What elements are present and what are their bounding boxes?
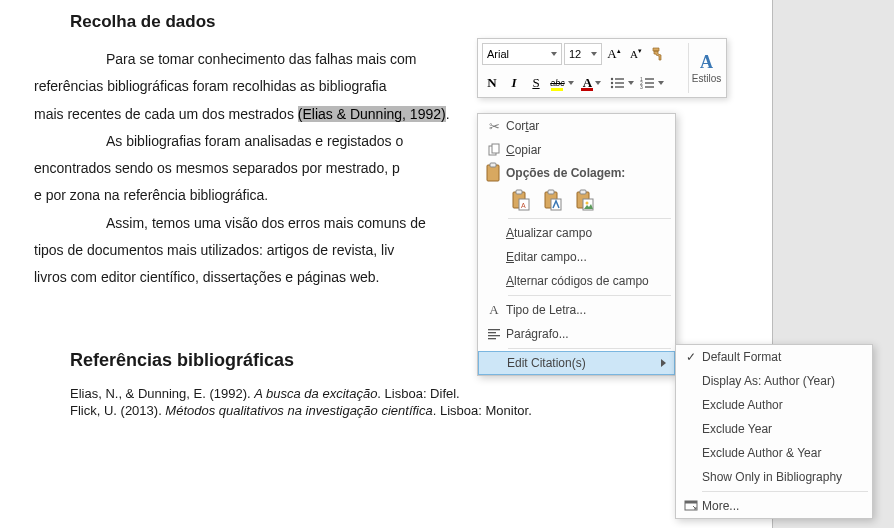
highlight-color-swatch: [551, 88, 563, 91]
chevron-down-icon: [551, 52, 557, 56]
p2-line2: encontrados sendo os mesmos separados po…: [34, 160, 400, 176]
ref2-authors: Flick, U. (2013).: [70, 403, 165, 418]
separator: [508, 218, 671, 219]
sub-default-format[interactable]: ✓ Default Format: [676, 345, 872, 369]
more-icon: [680, 500, 702, 512]
ctx-font-dialog[interactable]: A Tipo de Letra...: [478, 298, 675, 322]
sub-exclude-year[interactable]: Exclude Year: [676, 417, 872, 441]
svg-rect-1: [615, 78, 624, 79]
mini-toolbar: Arial 12 A▴ A▾ N I S abc A: [477, 38, 727, 98]
blank-icon: [482, 222, 506, 244]
scissors-icon: ✂: [482, 115, 506, 137]
svg-point-0: [611, 77, 613, 79]
svg-rect-28: [488, 332, 496, 333]
styles-button[interactable]: A Estilos: [688, 43, 724, 93]
sub-excl-both-label: Exclude Author & Year: [702, 446, 864, 460]
chevron-down-icon: [568, 81, 574, 85]
styles-label: Estilos: [692, 73, 721, 84]
underline-button[interactable]: S: [526, 73, 546, 93]
p1-line3: mais recentes de cada um dos mestrados: [34, 106, 298, 122]
svg-text:3: 3: [640, 84, 643, 90]
ctx-toggle-label: Alternar códigos de campo: [506, 274, 669, 288]
ctx-paste-header: Opções de Colagem:: [478, 162, 675, 184]
bullets-icon: [610, 76, 626, 90]
sub-show-only-label: Show Only in Bibliography: [702, 470, 864, 484]
bold-button[interactable]: N: [482, 73, 502, 93]
bullets-button[interactable]: [608, 73, 636, 93]
ctx-edit-field[interactable]: Editar campo...: [478, 245, 675, 269]
grow-font-button[interactable]: A▴: [604, 44, 624, 64]
italic-button[interactable]: I: [504, 73, 524, 93]
ref2-pub: . Lisboa: Monitor.: [433, 403, 532, 418]
sub-more-label: More...: [702, 499, 864, 513]
svg-rect-21: [548, 190, 554, 194]
font-family-value: Arial: [487, 48, 509, 60]
ctx-paste-options-row: A: [478, 184, 675, 216]
ctx-paragraph-dialog[interactable]: Parágrafo...: [478, 322, 675, 346]
sub-display-as[interactable]: Display As: Author (Year): [676, 369, 872, 393]
svg-rect-30: [488, 338, 496, 339]
ctx-edit-citation[interactable]: Edit Citation(s): [478, 351, 675, 375]
svg-point-2: [611, 81, 613, 83]
chevron-right-icon: [661, 359, 666, 367]
svg-rect-9: [645, 82, 654, 83]
svg-rect-7: [645, 78, 654, 79]
citation-selected[interactable]: (Elias & Dunning, 1992): [298, 106, 446, 122]
p3-line1: Assim, temos uma visão dos erros mais co…: [106, 215, 426, 231]
reference-1: Elias, N., & Dunning, E. (1992). A busca…: [70, 385, 750, 403]
highlight-label: abc: [550, 78, 565, 88]
svg-rect-3: [615, 82, 624, 83]
svg-point-4: [611, 85, 613, 87]
ctx-update-label: Atualizar campo: [506, 226, 669, 240]
ctx-copy[interactable]: Copiar: [478, 138, 675, 162]
format-painter-button[interactable]: [648, 44, 668, 64]
sub-exclude-author[interactable]: Exclude Author: [676, 393, 872, 417]
paste-merge-formatting[interactable]: [540, 187, 566, 213]
p1-line2: referências bibliográficas foram recolhi…: [34, 78, 387, 94]
ref1-pub: . Lisboa: Difel.: [377, 386, 459, 401]
svg-rect-15: [490, 163, 496, 167]
svg-text:A: A: [521, 202, 526, 209]
p3-line3: livros com editor científico, dissertaçõ…: [34, 269, 380, 285]
sub-show-only-biblio[interactable]: Show Only in Bibliography: [676, 465, 872, 489]
sub-more[interactable]: More...: [676, 494, 872, 518]
ctx-cut[interactable]: ✂ Cortar: [478, 114, 675, 138]
chevron-down-icon: [628, 81, 634, 85]
p2-line1: As bibliografias foram analisadas e regi…: [106, 133, 403, 149]
numbering-button[interactable]: 123: [638, 73, 666, 93]
svg-rect-24: [580, 190, 586, 194]
blank-icon: [482, 270, 506, 292]
sub-display-label: Display As: Author (Year): [702, 374, 864, 388]
ref1-title: A busca da excitação: [254, 386, 377, 401]
ctx-update-field[interactable]: Atualizar campo: [478, 221, 675, 245]
highlight-button[interactable]: abc: [548, 73, 576, 93]
context-menu: ✂ Cortar Copiar Opções de Colagem: A Atu…: [477, 113, 676, 376]
ref1-authors: Elias, N., & Dunning, E. (1992).: [70, 386, 254, 401]
ctx-edit-citation-label: Edit Citation(s): [507, 356, 661, 370]
svg-point-26: [586, 202, 589, 205]
chevron-down-icon: [658, 81, 664, 85]
blank-icon: [482, 246, 506, 268]
paste-keep-formatting[interactable]: A: [508, 187, 534, 213]
sub-exclude-both[interactable]: Exclude Author & Year: [676, 441, 872, 465]
ctx-font-label: Tipo de Letra...: [506, 303, 669, 317]
font-color-button[interactable]: A: [578, 73, 606, 93]
ctx-paste-header-label: Opções de Colagem:: [506, 166, 625, 180]
p2-line3: e por zona na referência bibliográfica.: [34, 187, 268, 203]
ctx-cut-label: Cortar: [506, 119, 669, 133]
chevron-down-icon: [595, 81, 601, 85]
check-icon: ✓: [680, 350, 702, 364]
numbering-icon: 123: [640, 76, 656, 90]
font-size-select[interactable]: 12: [564, 43, 602, 65]
paste-picture[interactable]: [572, 187, 598, 213]
chevron-down-icon: [591, 52, 597, 56]
svg-rect-27: [488, 329, 500, 330]
svg-rect-13: [492, 144, 499, 153]
shrink-font-button[interactable]: A▾: [626, 44, 646, 64]
ctx-toggle-codes[interactable]: Alternar códigos de campo: [478, 269, 675, 293]
p3-line2: tipos de documentos mais utilizados: art…: [34, 242, 394, 258]
font-color-swatch: [581, 88, 593, 91]
copy-icon: [482, 139, 506, 161]
font-family-select[interactable]: Arial: [482, 43, 562, 65]
svg-rect-17: [516, 190, 522, 194]
